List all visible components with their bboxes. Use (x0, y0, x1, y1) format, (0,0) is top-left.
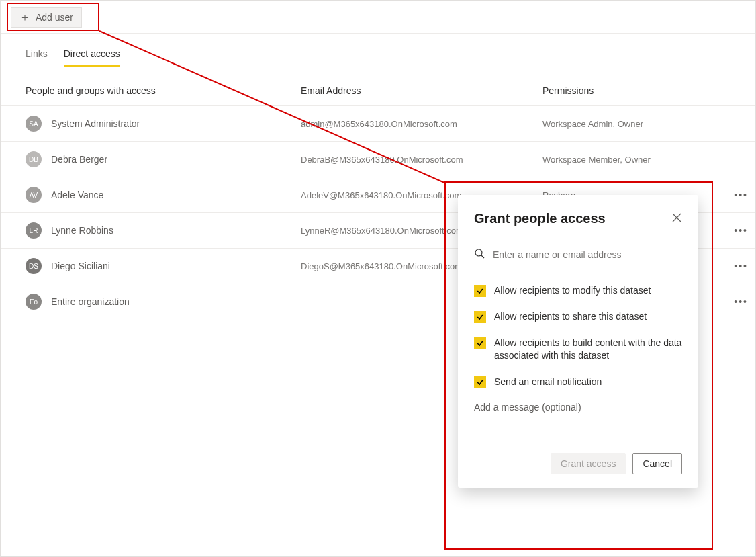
checkbox-row: Allow recipients to modify this dataset (474, 284, 682, 297)
table-header: People and groups with access Email Addr… (1, 67, 755, 105)
dialog-footer: Grant access Cancel (474, 453, 682, 474)
checkbox[interactable] (474, 311, 486, 323)
search-row (474, 245, 682, 265)
avatar: LR (26, 222, 42, 239)
dialog-header: Grant people access (474, 211, 682, 226)
person-name: Entire organization (51, 296, 130, 307)
checkbox-label: Send an email notification (494, 376, 602, 388)
toolbar: ＋ Add user (1, 1, 755, 34)
search-icon (474, 248, 485, 261)
person-name: Debra Berger (51, 154, 107, 165)
avatar: Eo (26, 294, 42, 310)
svg-line-4 (481, 255, 484, 258)
person-email: admin@M365x643180.OnMicrosoft.com (301, 119, 542, 129)
person-permissions: Workspace Admin, Owner (542, 119, 730, 129)
person-email: DebraB@M365x643180.OnMicrosoft.com (301, 155, 542, 165)
avatar: SA (26, 116, 42, 132)
avatar: DS (26, 258, 42, 274)
more-options-icon[interactable]: ••• (734, 261, 748, 271)
app-frame: ＋ Add user Links Direct access People an… (0, 0, 756, 557)
person-name: Diego Siciliani (51, 261, 110, 271)
checkbox[interactable] (474, 285, 486, 297)
cancel-button[interactable]: Cancel (632, 453, 682, 474)
add-user-button[interactable]: ＋ Add user (11, 7, 82, 28)
checkbox-row: Allow recipients to share this dataset (474, 310, 682, 323)
checkbox-label: Allow recipients to modify this dataset (494, 284, 651, 297)
person-name: Lynne Robbins (51, 225, 113, 236)
more-options-icon[interactable]: ••• (734, 225, 748, 236)
person-permissions: Workspace Member, Owner (542, 155, 730, 165)
checkbox-row: Allow recipients to build content with t… (474, 337, 682, 362)
dialog-title: Grant people access (474, 211, 606, 226)
more-options-icon[interactable]: ••• (734, 296, 748, 307)
checkbox-row: Send an email notification (474, 376, 682, 388)
checkbox-label: Allow recipients to share this dataset (494, 310, 647, 323)
checkbox[interactable] (474, 337, 486, 349)
person-name: Adele Vance (51, 189, 103, 200)
column-header-email: Email Address (301, 85, 542, 96)
person-name: System Administrator (51, 118, 140, 129)
column-header-permissions: Permissions (542, 85, 730, 96)
message-input[interactable]: Add a message (optional) (474, 402, 682, 413)
more-options-icon[interactable]: ••• (734, 189, 748, 200)
close-icon[interactable] (671, 212, 682, 225)
plus-icon: ＋ (19, 12, 30, 23)
search-input[interactable] (491, 249, 682, 261)
table-row: DBDebra BergerDebraB@M365x643180.OnMicro… (1, 141, 755, 177)
avatar: AV (26, 187, 42, 203)
add-user-label: Add user (36, 12, 73, 23)
checkbox-label: Allow recipients to build content with t… (494, 337, 682, 362)
tabs: Links Direct access (1, 34, 755, 67)
tab-links[interactable]: Links (26, 48, 48, 67)
avatar: DB (26, 151, 42, 167)
column-header-people: People and groups with access (26, 85, 301, 96)
grant-access-button[interactable]: Grant access (551, 453, 626, 474)
svg-point-3 (475, 249, 482, 256)
grant-access-dialog: Grant people access Allow recipients to … (458, 195, 698, 488)
table-row: SASystem Administratoradmin@M365x643180.… (1, 105, 755, 141)
checkbox[interactable] (474, 376, 486, 388)
tab-direct-access[interactable]: Direct access (64, 48, 120, 67)
